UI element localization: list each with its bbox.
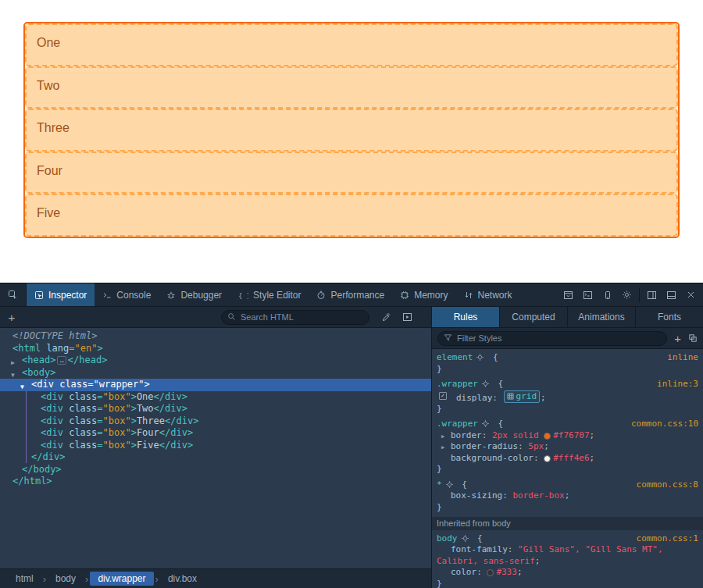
property-name: border-radius	[451, 441, 518, 451]
selector-highlighter-icon[interactable]	[481, 380, 490, 388]
sidebar-tab-fonts[interactable]: Fonts	[636, 307, 703, 327]
play-box-icon	[402, 312, 412, 322]
property-value: 2px solid	[492, 430, 544, 440]
grid-highlighter-toggle[interactable]: grid	[504, 390, 541, 404]
select-iframe-button[interactable]	[558, 283, 578, 306]
markup-line[interactable]: </body>	[0, 464, 431, 476]
property-value: border-box	[512, 490, 564, 501]
markup-line[interactable]: <div class="box">Five</div>	[0, 440, 431, 452]
console-icon	[102, 290, 112, 300]
markup-line[interactable]: <div class="box">Two</div>	[0, 403, 431, 415]
search-html-input[interactable]	[221, 310, 369, 325]
tab-debugger[interactable]: Debugger	[159, 283, 230, 306]
dock-to-bottom-button[interactable]	[662, 283, 681, 306]
tab-network[interactable]: Network	[456, 283, 520, 306]
rule-selector-line: * {common.css:8	[432, 479, 703, 491]
markup-line[interactable]: ▶<head>…</head>	[0, 355, 431, 367]
property-name: background-color	[451, 453, 533, 463]
pseudo-class-icon	[688, 333, 698, 343]
dock-to-side-button[interactable]	[642, 283, 662, 306]
tab-memory[interactable]: Memory	[392, 283, 455, 306]
eyedropper-button[interactable]	[381, 312, 391, 322]
breadcrumb-item-div.wrapper[interactable]: div.wrapper	[90, 572, 153, 586]
breadcrumb-item-div.box[interactable]: div.box	[160, 572, 205, 586]
selector-highlighter-icon[interactable]	[461, 534, 469, 543]
stylesheet-link[interactable]: common.css:8	[637, 479, 698, 491]
css-declaration[interactable]: box-sizing: border-box;	[432, 490, 703, 502]
declaration-checkbox[interactable]: ✓	[439, 392, 447, 400]
rule-selector[interactable]: .wrapper	[437, 379, 478, 389]
markup-line[interactable]: <div class="box">Three</div>	[0, 415, 431, 428]
markup-line[interactable]: ▼<div class="wrapper">	[0, 379, 431, 391]
chevron-right-icon: ›	[85, 573, 88, 585]
breadcrumb-item-body[interactable]: body	[48, 572, 84, 586]
expand-icon[interactable]: ▶	[441, 431, 444, 443]
css-declaration[interactable]: ▶border: 2px solid #f76707;	[432, 430, 703, 442]
property-value: "Gill Sans", "Gill Sans MT",	[518, 544, 662, 554]
css-declaration[interactable]: font-family: "Gill Sans", "Gill Sans MT"…	[432, 544, 703, 556]
rule-selector[interactable]: body	[437, 533, 458, 543]
svg-text:{ }: { }	[238, 291, 248, 299]
markup-line[interactable]: <div class="box">One</div>	[0, 391, 431, 404]
color-swatch[interactable]	[544, 433, 551, 440]
property-name: border	[451, 430, 482, 440]
add-node-button[interactable]: +	[0, 311, 23, 324]
markup-line[interactable]: <div class="box">Four</div>	[0, 427, 431, 440]
selector-highlighter-icon[interactable]	[445, 480, 454, 489]
sidebar-tab-rules[interactable]: Rules	[432, 307, 500, 327]
property-value: grid	[516, 391, 537, 403]
tab-console[interactable]: Console	[95, 283, 159, 306]
selector-highlighter-icon[interactable]	[481, 419, 490, 428]
eval-button[interactable]	[402, 312, 412, 322]
tool-tabs: InspectorConsoleDebugger{ }Style EditorP…	[27, 283, 520, 306]
css-declaration[interactable]: color: #333;	[432, 567, 703, 579]
stylesheet-link[interactable]: inline:3	[657, 379, 698, 390]
inherited-header: Inherited from body	[432, 517, 703, 530]
split-console-button[interactable]	[578, 283, 598, 306]
tab-performance[interactable]: Performance	[309, 283, 392, 306]
collapsed-marker[interactable]: …	[57, 356, 66, 365]
tab-inspector[interactable]: Inspector	[27, 283, 95, 306]
add-rule-button[interactable]: +	[674, 332, 681, 345]
rule-selector[interactable]: *	[437, 479, 442, 490]
sidebar-tab-animations[interactable]: Animations	[568, 307, 636, 327]
pseudo-class-panel-button[interactable]	[688, 333, 698, 343]
rule-selector[interactable]: element	[437, 352, 473, 362]
rule-selector-line: .wrapper {common.css:10	[432, 419, 703, 430]
tab-style-editor[interactable]: { }Style Editor	[230, 283, 309, 306]
filter-styles-input[interactable]	[437, 331, 667, 346]
breadcrumb-item-html[interactable]: html	[8, 572, 41, 586]
stylesheet-link[interactable]: common.css:1	[637, 533, 698, 545]
markup-line[interactable]: </div>	[0, 451, 431, 464]
dock-to-side-icon	[647, 290, 657, 300]
markup-line[interactable]: <!DOCTYPE html>	[0, 330, 431, 343]
stylesheet-link[interactable]: common.css:10	[631, 419, 698, 430]
dock-to-bottom-icon	[666, 290, 676, 300]
css-declaration[interactable]: ✓display: grid;	[432, 390, 703, 404]
markup-line[interactable]: </html>	[0, 476, 431, 488]
pick-element-button[interactable]	[0, 283, 27, 306]
rules-list: element {inline}.wrapper {inline:3✓displ…	[432, 349, 703, 588]
selector-highlighter-icon[interactable]	[476, 353, 484, 362]
color-swatch[interactable]	[544, 455, 551, 462]
css-declaration[interactable]: ▶border-radius: 5px;	[432, 441, 703, 453]
settings-button[interactable]	[617, 283, 637, 306]
rule-selector[interactable]: .wrapper	[437, 419, 478, 429]
css-declaration[interactable]: background-color: #fff4e6;	[432, 453, 703, 465]
devtools-toolbar: InspectorConsoleDebugger{ }Style EditorP…	[0, 283, 703, 307]
property-name: box-sizing	[451, 490, 502, 501]
stylesheet-link[interactable]: inline	[667, 352, 698, 364]
toolbar-right-icons	[558, 283, 703, 306]
color-swatch[interactable]	[487, 569, 494, 576]
expand-icon[interactable]: ▶	[441, 442, 444, 454]
responsive-design-icon	[603, 290, 612, 300]
sidebar-tab-computed[interactable]: Computed	[500, 307, 568, 327]
markup-line[interactable]: <html lang="en">	[0, 343, 431, 355]
close-devtools-button[interactable]	[681, 283, 701, 306]
grid-box: One	[25, 23, 678, 66]
debugger-icon	[166, 290, 176, 300]
tab-label: Performance	[330, 290, 384, 301]
filter-box	[437, 330, 667, 346]
markup-line[interactable]: ▼<body>	[0, 367, 431, 380]
responsive-design-button[interactable]	[598, 283, 617, 306]
